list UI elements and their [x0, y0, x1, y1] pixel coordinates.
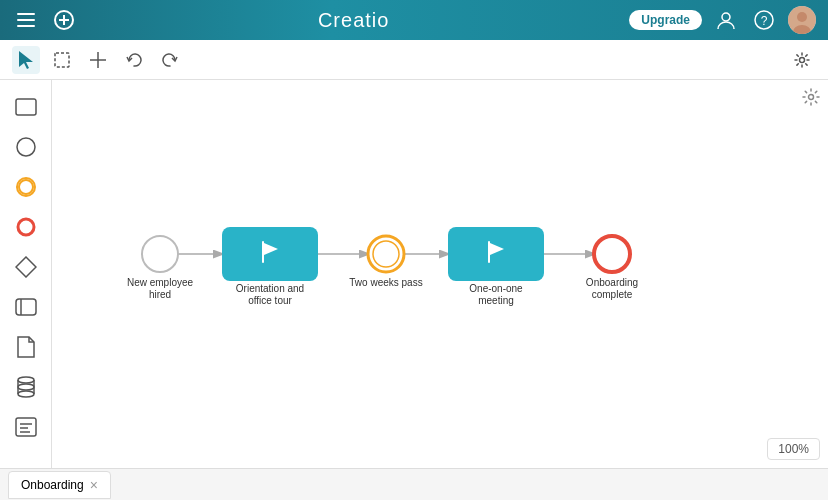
flow-diagram: New employee hired Orientation and offic…	[110, 214, 770, 334]
svg-text:Two weeks pass: Two weeks pass	[349, 277, 422, 288]
tab-bar: Onboarding ×	[0, 468, 828, 500]
svg-point-21	[18, 219, 34, 235]
tab-onboarding[interactable]: Onboarding ×	[8, 471, 111, 499]
svg-text:meeting: meeting	[478, 295, 514, 306]
select-tool-button[interactable]	[12, 46, 40, 74]
svg-point-20	[19, 180, 33, 194]
svg-rect-13	[55, 53, 69, 67]
svg-point-29	[18, 384, 34, 390]
svg-rect-30	[16, 418, 36, 436]
svg-text:Orientation and: Orientation and	[236, 283, 304, 294]
svg-point-28	[18, 391, 34, 397]
svg-text:?: ?	[761, 14, 768, 28]
shape-pool[interactable]	[9, 290, 43, 324]
tab-close-button[interactable]: ×	[90, 477, 98, 493]
redo-button[interactable]	[156, 46, 184, 74]
svg-point-6	[722, 13, 730, 21]
svg-point-48	[594, 236, 630, 272]
marquee-tool-button[interactable]	[48, 46, 76, 74]
app-logo: Creatio	[318, 9, 389, 32]
toolbar	[0, 40, 828, 80]
shape-rectangle[interactable]	[9, 90, 43, 124]
svg-point-44	[373, 241, 399, 267]
shape-document[interactable]	[9, 330, 43, 364]
svg-rect-23	[16, 299, 36, 315]
svg-text:One-on-one: One-on-one	[469, 283, 523, 294]
shape-text[interactable]	[9, 410, 43, 444]
svg-text:Onboarding: Onboarding	[586, 277, 638, 288]
shape-database[interactable]	[9, 370, 43, 404]
svg-rect-41	[262, 241, 264, 263]
hand-tool-button[interactable]	[84, 46, 112, 74]
shape-circle-thin[interactable]	[9, 130, 43, 164]
svg-point-39	[142, 236, 178, 272]
menu-icon[interactable]	[12, 6, 40, 34]
svg-text:complete: complete	[592, 289, 633, 300]
toolbar-right	[788, 46, 816, 74]
shape-circle-medium[interactable]	[9, 170, 43, 204]
upgrade-button[interactable]: Upgrade	[629, 10, 702, 30]
add-icon[interactable]	[50, 6, 78, 34]
svg-rect-45	[448, 227, 544, 281]
svg-point-25	[18, 377, 34, 383]
svg-rect-46	[488, 241, 490, 263]
top-nav: Creatio Upgrade ?	[0, 0, 828, 40]
settings-button[interactable]	[788, 46, 816, 74]
user-icon[interactable]	[712, 6, 740, 34]
shape-sidebar	[0, 80, 52, 468]
svg-text:New employee: New employee	[127, 277, 194, 288]
undo-button[interactable]	[120, 46, 148, 74]
zoom-indicator: 100%	[767, 438, 820, 460]
canvas-area[interactable]: New employee hired Orientation and offic…	[52, 80, 828, 468]
svg-rect-17	[16, 99, 36, 115]
svg-point-18	[17, 138, 35, 156]
svg-rect-40	[222, 227, 318, 281]
svg-point-16	[800, 57, 805, 62]
svg-point-34	[809, 95, 814, 100]
tab-label: Onboarding	[21, 478, 84, 492]
svg-text:office tour: office tour	[248, 295, 292, 306]
user-avatar[interactable]	[788, 6, 816, 34]
svg-rect-2	[17, 25, 35, 27]
shape-diamond[interactable]	[9, 250, 43, 284]
help-icon[interactable]: ?	[750, 6, 778, 34]
svg-point-10	[797, 12, 807, 22]
svg-marker-22	[16, 257, 36, 277]
svg-marker-12	[19, 51, 33, 69]
canvas-settings-button[interactable]	[802, 88, 820, 110]
svg-rect-0	[17, 13, 35, 15]
svg-rect-1	[17, 19, 35, 21]
svg-text:hired: hired	[149, 289, 171, 300]
main-area: New employee hired Orientation and offic…	[0, 80, 828, 468]
shape-circle-end[interactable]	[9, 210, 43, 244]
